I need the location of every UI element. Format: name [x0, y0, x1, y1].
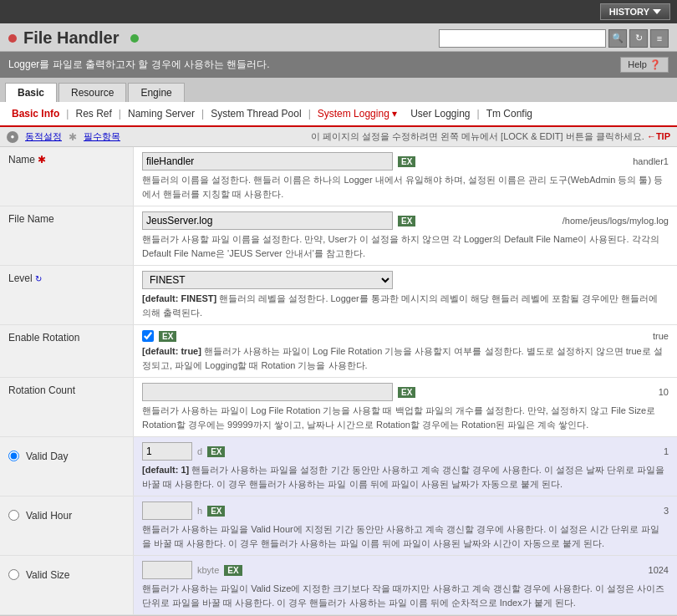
app-header: File Handler 🔍 ↻ ≡: [0, 23, 677, 52]
header-dots: [8, 34, 17, 43]
rotation-count-example: 10: [659, 387, 669, 397]
menu-icon-button[interactable]: ≡: [650, 29, 669, 48]
header-dots-right: [130, 34, 139, 43]
field-row-valid-hour: Valid Hour h EX 3 핸들러가 사용하는 파일을 Valid Ho…: [0, 496, 677, 556]
tab-resource[interactable]: Resource: [59, 83, 126, 102]
valid-size-input[interactable]: [142, 561, 192, 579]
subnav-res-ref[interactable]: Res Ref: [69, 105, 118, 122]
valid-hour-radio[interactable]: [8, 510, 19, 521]
subnav-tm-config[interactable]: Tm Config: [480, 105, 539, 122]
field-row-valid-day: Valid Day d EX 1 [default: 1] 핸들러가 사용하는 …: [0, 437, 677, 496]
valid-day-desc: [default: 1] 핸들러가 사용하는 파일을 설정한 기간 동안만 사용…: [142, 463, 669, 491]
field-content-valid-size: kbyte EX 1024 핸들러가 사용하는 파일이 Valid Size에 …: [134, 556, 677, 614]
field-content-enable-rotation: EX true [default: true] 핸들러가 사용하는 파일이 Lo…: [134, 325, 677, 377]
name-example: handler1: [633, 156, 669, 166]
valid-size-radio[interactable]: [8, 569, 19, 580]
app-title: File Handler: [23, 28, 119, 48]
valid-size-example: 1024: [649, 565, 669, 575]
valid-day-input[interactable]: [142, 442, 192, 461]
field-label-filename: File Name: [0, 206, 134, 265]
filename-ex-badge: EX: [398, 216, 415, 227]
subnav-system-thread-pool[interactable]: System Thread Pool: [204, 105, 308, 122]
dynamic-icon: ●: [7, 131, 18, 143]
subnav-naming-server[interactable]: Naming Server: [121, 105, 201, 122]
enable-rotation-example: true: [653, 331, 669, 341]
level-refresh-icon[interactable]: ↻: [35, 274, 42, 283]
filename-desc: 핸들러가 사용할 파일 이름을 설정한다. 만약, User가 이 설정을 하지…: [142, 232, 669, 260]
field-label-level: Level ↻: [0, 266, 134, 324]
description-text: Logger를 파일로 출력하고자 할 경우에 사용하는 핸들러다.: [8, 58, 270, 72]
name-desc: 핸들러의 이름을 설정한다. 핸들러 이름은 하나의 Logger 내에서 유일…: [142, 173, 669, 201]
filename-input[interactable]: [142, 211, 393, 230]
valid-hour-input[interactable]: [142, 501, 192, 520]
valid-size-desc: 핸들러가 사용하는 파일이 Valid Size에 지정한 크기보다 작을 때까…: [142, 582, 669, 609]
description-bar: Logger를 파일로 출력하고자 할 경우에 사용하는 핸들러다. Help …: [0, 52, 677, 78]
level-select[interactable]: FINEST FINE INFO WARNING SEVERE: [142, 271, 393, 289]
name-input[interactable]: [142, 152, 393, 171]
valid-hour-ex-badge: EX: [207, 506, 225, 517]
valid-day-radio[interactable]: [8, 451, 19, 461]
dot-green: [130, 34, 139, 43]
subnav-system-logging[interactable]: System Logging ▾: [311, 105, 404, 122]
action-bar: ● 동적설정 ✱ 필수항목 이 페이지의 설정을 수정하려면 왼쪽 메뉴에서 […: [0, 127, 677, 147]
name-ex-badge: EX: [398, 156, 415, 167]
filename-example: /home/jeus/logs/mylog.log: [562, 216, 669, 226]
content-area: Name ✱ EX handler1 핸들러의 이름을 설정한다. 핸들러 이름…: [0, 147, 677, 615]
valid-size-unit: kbyte: [197, 565, 219, 575]
field-label-valid-size: Valid Size: [0, 556, 134, 614]
field-row-enable-rotation: Enable Rotation EX true [default: true] …: [0, 325, 677, 378]
field-row-filename: File Name EX /home/jeus/logs/mylog.log 핸…: [0, 206, 677, 266]
history-button[interactable]: HISTORY: [600, 3, 670, 20]
field-content-filename: EX /home/jeus/logs/mylog.log 핸들러가 사용할 파일…: [134, 206, 677, 265]
field-label-valid-day: Valid Day: [0, 437, 134, 496]
help-button[interactable]: Help ❓: [620, 57, 669, 73]
field-label-enable-rotation: Enable Rotation: [0, 325, 134, 377]
field-label-valid-hour: Valid Hour: [0, 496, 134, 555]
subnav-basic-info[interactable]: Basic Info: [5, 105, 66, 122]
level-desc: [default: FINEST] 핸들러의 레벨을 설정한다. Logger를…: [142, 292, 669, 319]
history-arrow-icon: [653, 9, 661, 14]
field-row-rotation-count: Rotation Count EX 10 핸들러가 사용하는 파일이 Log F…: [0, 378, 677, 437]
subnav-user-logging[interactable]: User Logging: [404, 105, 476, 122]
top-bar: HISTORY: [0, 0, 677, 23]
header-search-area: 🔍 ↻ ≡: [439, 29, 669, 48]
main-tabs: Basic Resource Engine: [0, 78, 677, 102]
search-icon-button[interactable]: 🔍: [608, 29, 627, 48]
rotation-count-desc: 핸들러가 사용하는 파일이 Log File Rotation 기능을 사용할 …: [142, 404, 669, 431]
search-input[interactable]: [439, 29, 606, 48]
action-tip: 이 페이지의 설정을 수정하려면 왼쪽 메뉴에서 [LOCK & EDIT] 버…: [311, 130, 670, 143]
field-content-name: EX handler1 핸들러의 이름을 설정한다. 핸들러 이름은 하나의 L…: [134, 147, 677, 206]
enable-rotation-checkbox[interactable]: [142, 330, 154, 342]
field-row-name: Name ✱ EX handler1 핸들러의 이름을 설정한다. 핸들러 이름…: [0, 147, 677, 206]
field-row-level: Level ↻ FINEST FINE INFO WARNING SEVERE …: [0, 266, 677, 325]
field-content-level: FINEST FINE INFO WARNING SEVERE EX [defa…: [134, 266, 677, 324]
valid-hour-unit: h: [197, 506, 202, 516]
refresh-icon-button[interactable]: ↻: [629, 29, 648, 48]
valid-hour-desc: 핸들러가 사용하는 파일을 Valid Hour에 지정된 기간 동안만 사용하…: [142, 522, 669, 550]
dynamic-setting-link[interactable]: 동적설정: [25, 130, 62, 143]
valid-day-ex-badge: EX: [207, 446, 225, 457]
field-row-valid-size: Valid Size kbyte EX 1024 핸들러가 사용하는 파일이 V…: [0, 556, 677, 615]
sub-nav: Basic Info | Res Ref | Naming Server | S…: [0, 102, 677, 127]
field-content-valid-hour: h EX 3 핸들러가 사용하는 파일을 Valid Hour에 지정된 기간 …: [134, 496, 677, 555]
valid-hour-example: 3: [664, 506, 669, 516]
dot-red: [8, 34, 17, 43]
valid-day-example: 1: [664, 446, 669, 456]
history-label: HISTORY: [609, 7, 649, 17]
rotation-count-ex-badge: EX: [398, 387, 415, 398]
valid-day-unit: d: [197, 446, 202, 456]
required-items-link[interactable]: 필수항목: [84, 130, 120, 143]
valid-size-ex-badge: EX: [224, 565, 242, 576]
tab-engine[interactable]: Engine: [128, 83, 184, 102]
required-star: ✱: [38, 154, 46, 165]
field-label-name: Name ✱: [0, 147, 134, 206]
field-content-valid-day: d EX 1 [default: 1] 핸들러가 사용하는 파일을 설정한 기간…: [134, 437, 677, 496]
enable-rotation-desc: [default: true] 핸들러가 사용하는 파일이 Log File R…: [142, 344, 669, 372]
tab-basic[interactable]: Basic: [5, 83, 57, 102]
field-label-rotation-count: Rotation Count: [0, 378, 134, 436]
enable-rotation-ex-badge: EX: [159, 331, 176, 342]
rotation-count-input[interactable]: [142, 383, 393, 401]
field-content-rotation-count: EX 10 핸들러가 사용하는 파일이 Log File Rotation 기능…: [134, 378, 677, 436]
